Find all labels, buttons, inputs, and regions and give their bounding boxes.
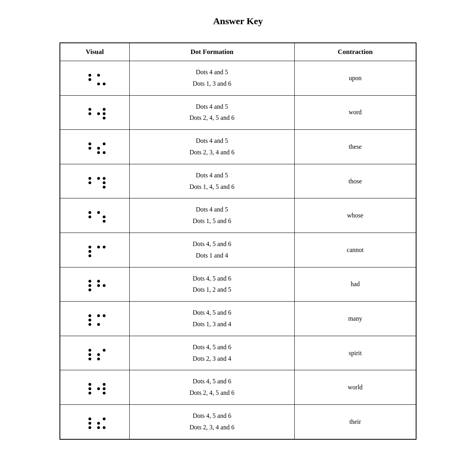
- braille-dot: [88, 250, 91, 253]
- braille-dot: [103, 349, 106, 352]
- braille-dot: [83, 387, 86, 390]
- braille-dot: [88, 181, 91, 184]
- braille-dot: [97, 246, 100, 248]
- braille-cell: [97, 349, 107, 360]
- braille-dot: [88, 426, 91, 429]
- table-row: Dots 4 and 5Dots 1, 5 and 6whose: [60, 198, 416, 233]
- braille-cell: [97, 74, 107, 85]
- braille-dot: [88, 280, 91, 283]
- visual-cell: [60, 95, 129, 130]
- dot-formation-cell: Dots 4, 5 and 6Dots 2, 4, 5 and 6: [129, 370, 294, 405]
- braille-dot: [83, 181, 86, 184]
- braille-dot: [83, 422, 86, 425]
- braille-dot: [83, 151, 86, 154]
- dot-formation-text: Dots 4, 5 and 6Dots 2, 3, 4 and 6: [134, 410, 290, 433]
- braille-pair: [83, 417, 107, 429]
- braille-dot: [83, 289, 86, 291]
- braille-dot: [103, 426, 106, 429]
- braille-dot: [103, 383, 106, 386]
- braille-dot: [83, 426, 86, 429]
- braille-dot: [97, 353, 100, 356]
- braille-dot: [97, 147, 100, 150]
- header-visual: Visual: [60, 43, 129, 61]
- braille-dot: [103, 323, 106, 326]
- braille-cell: [97, 246, 107, 257]
- braille-dot: [103, 250, 106, 253]
- dot-formation-text: Dots 4 and 5Dots 1, 3 and 6: [134, 67, 290, 90]
- braille-dot: [83, 358, 86, 360]
- braille-dot: [103, 289, 106, 291]
- dot-formation-text: Dots 4 and 5Dots 1, 5 and 6: [134, 204, 290, 227]
- table-row: Dots 4, 5 and 6Dots 2, 3, 4 and 6their: [60, 404, 416, 439]
- braille-dot: [83, 417, 86, 420]
- table-row: Dots 4, 5 and 6Dots 1, 3 and 4many: [60, 302, 416, 336]
- contraction-cell: their: [294, 404, 416, 439]
- visual-cell: [60, 267, 129, 302]
- braille-dot: [97, 211, 100, 214]
- braille-dot: [97, 177, 100, 180]
- braille-dot: [97, 117, 100, 119]
- braille-cell: [83, 211, 92, 223]
- braille-dot: [103, 186, 106, 189]
- braille-dot: [88, 78, 91, 81]
- braille-dot: [103, 83, 106, 85]
- braille-pair: [83, 142, 107, 154]
- braille-dot: [103, 151, 106, 154]
- braille-dot: [97, 358, 100, 360]
- braille-dot: [103, 108, 106, 111]
- page-container: Answer Key Visual Dot Formation Contract…: [60, 16, 416, 440]
- braille-cell: [83, 349, 92, 360]
- braille-dot: [88, 142, 91, 145]
- braille-dot: [103, 112, 106, 115]
- contraction-cell: these: [294, 130, 416, 164]
- braille-dot: [83, 280, 86, 283]
- braille-dot: [97, 181, 100, 184]
- dot-formation-text: Dots 4 and 5Dots 2, 3, 4 and 6: [134, 135, 290, 158]
- braille-dot: [97, 387, 100, 390]
- braille-dot: [83, 254, 86, 257]
- braille-dot: [88, 323, 91, 326]
- braille-dot: [97, 392, 100, 394]
- braille-cell: [97, 383, 107, 394]
- braille-cell: [83, 417, 92, 429]
- braille-dot: [83, 74, 86, 77]
- header-dot-formation: Dot Formation: [129, 43, 294, 61]
- dot-formation-cell: Dots 4 and 5Dots 1, 3 and 6: [129, 61, 294, 96]
- braille-dot: [88, 112, 91, 115]
- braille-dot: [83, 349, 86, 352]
- braille-dot: [103, 422, 106, 425]
- braille-dot: [103, 392, 106, 394]
- braille-cell: [97, 177, 107, 189]
- braille-dot: [83, 117, 86, 119]
- visual-cell: [60, 61, 129, 96]
- header-contraction: Contraction: [294, 43, 416, 61]
- braille-dot: [88, 108, 91, 111]
- table-row: Dots 4 and 5Dots 2, 4, 5 and 6word: [60, 95, 416, 130]
- braille-dot: [103, 358, 106, 360]
- braille-dot: [83, 215, 86, 218]
- braille-dot: [83, 383, 86, 386]
- braille-dot: [88, 383, 91, 386]
- dot-formation-cell: Dots 4 and 5Dots 2, 4, 5 and 6: [129, 95, 294, 130]
- braille-dot: [88, 353, 91, 356]
- braille-dot: [97, 319, 100, 321]
- braille-pair: [83, 108, 107, 119]
- braille-dot: [88, 186, 91, 189]
- braille-dot: [88, 392, 91, 394]
- braille-dot: [97, 220, 100, 223]
- braille-dot: [97, 78, 100, 81]
- visual-cell: [60, 336, 129, 370]
- braille-dot: [88, 284, 91, 287]
- braille-cell: [83, 314, 92, 326]
- braille-cell: [83, 108, 92, 119]
- braille-dot: [83, 353, 86, 356]
- table-row: Dots 4 and 5Dots 2, 3, 4 and 6these: [60, 130, 416, 164]
- braille-cell: [97, 314, 107, 326]
- braille-pair: [83, 246, 107, 257]
- visual-cell: [60, 130, 129, 164]
- braille-dot: [97, 83, 100, 85]
- braille-dot: [103, 319, 106, 321]
- contraction-cell: upon: [294, 61, 416, 96]
- braille-dot: [88, 74, 91, 77]
- braille-dot: [83, 108, 86, 111]
